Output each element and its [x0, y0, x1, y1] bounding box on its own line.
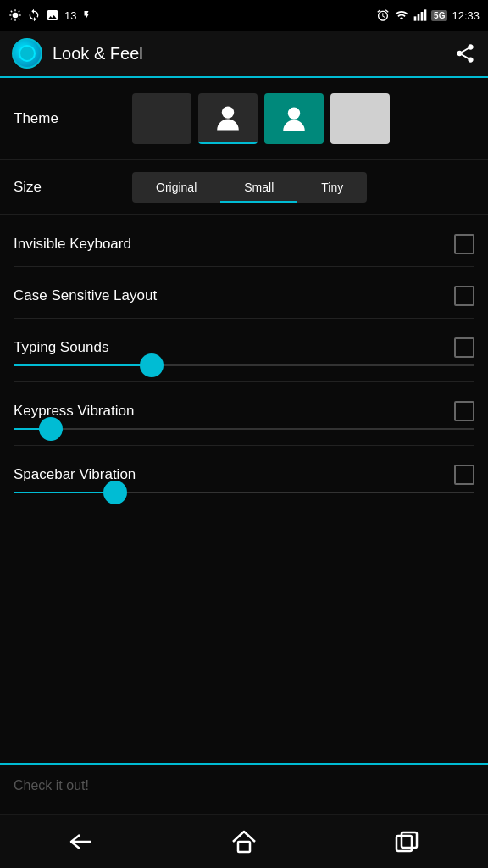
home-icon [231, 830, 257, 854]
keypress-vibration-label: Keypress Vibration [14, 403, 134, 420]
svg-rect-10 [418, 14, 420, 21]
svg-line-7 [11, 19, 12, 19]
status-right-icons: 5G 12:33 [376, 8, 480, 22]
logo-inner [19, 45, 36, 62]
invisible-keyboard-checkbox[interactable] [454, 234, 474, 254]
status-bar: 13 5G 12:33 [0, 0, 488, 31]
theme-options [132, 93, 390, 144]
svg-line-8 [19, 11, 19, 12]
typing-sounds-track [14, 364, 474, 366]
bottom-area: Check it out! [0, 763, 488, 807]
signal-icon [413, 8, 427, 22]
svg-rect-17 [396, 836, 412, 851]
case-sensitive-label: Case Sensitive Layout [14, 287, 157, 304]
header-left: Look & Feel [12, 38, 143, 69]
size-tiny-button[interactable]: Tiny [297, 172, 367, 203]
status-left-icons: 13 [8, 8, 92, 22]
size-original-button[interactable]: Original [132, 172, 220, 203]
invisible-keyboard-label: Invisible Keyboard [14, 236, 131, 253]
home-button[interactable] [223, 825, 265, 859]
spacebar-vibration-slider-container [0, 492, 488, 509]
clock: 12:33 [452, 9, 480, 22]
theme-option-teal[interactable] [264, 93, 324, 144]
check-it-out-text: Check it out! [14, 778, 89, 793]
typing-sounds-fill [14, 364, 152, 366]
recent-button[interactable] [385, 825, 428, 859]
app-header: Look & Feel [0, 31, 488, 78]
keypress-vibration-row: Keypress Vibration [0, 382, 488, 428]
svg-rect-16 [238, 842, 250, 852]
person-icon-teal [280, 103, 308, 134]
theme-section: Theme [0, 78, 488, 160]
size-small-button[interactable]: Small [220, 172, 297, 203]
keypress-vibration-thumb[interactable] [39, 417, 63, 441]
back-icon [68, 832, 95, 852]
size-label: Size [14, 179, 132, 196]
bolt-icon [81, 8, 92, 22]
navigation-bar [0, 814, 488, 868]
size-options: Original Small Tiny [132, 172, 367, 203]
keypress-vibration-slider-container [0, 428, 488, 445]
network-type: 5G [431, 10, 447, 21]
invisible-keyboard-row: Invisible Keyboard [0, 215, 488, 266]
svg-rect-11 [421, 12, 424, 21]
svg-rect-12 [424, 9, 427, 20]
theme-option-light[interactable] [330, 93, 390, 144]
image-icon [46, 8, 59, 22]
share-button[interactable] [454, 42, 476, 64]
spacebar-vibration-thumb[interactable] [103, 481, 127, 504]
case-sensitive-checkbox[interactable] [454, 286, 474, 306]
recent-icon [395, 831, 419, 853]
theme-label: Theme [14, 110, 132, 127]
keypress-vibration-checkbox[interactable] [454, 401, 474, 421]
theme-option-dark[interactable] [132, 93, 191, 144]
page-title: Look & Feel [53, 44, 143, 64]
svg-point-13 [222, 106, 234, 118]
keypress-vibration-track [14, 428, 474, 430]
svg-line-4 [19, 19, 19, 19]
typing-sounds-label: Typing Sounds [14, 339, 108, 356]
spacebar-vibration-row: Spacebar Vibration [0, 446, 488, 492]
svg-rect-9 [414, 16, 417, 20]
size-section: Size Original Small Tiny [0, 160, 488, 215]
typing-sounds-row: Typing Sounds [0, 319, 488, 364]
theme-option-dark-teal[interactable] [198, 93, 258, 144]
spacebar-vibration-track [14, 492, 474, 493]
typing-sounds-slider-container [0, 364, 488, 381]
case-sensitive-row: Case Sensitive Layout [0, 267, 488, 318]
spacebar-vibration-fill [14, 492, 115, 493]
spacebar-vibration-checkbox[interactable] [454, 465, 474, 485]
notification-count: 13 [64, 9, 76, 22]
person-icon-dark-teal [214, 103, 241, 133]
wifi-icon [394, 8, 409, 22]
alarm-icon [376, 8, 390, 22]
svg-line-3 [11, 11, 12, 12]
typing-sounds-checkbox[interactable] [454, 337, 474, 358]
app-logo [12, 38, 42, 69]
typing-sounds-thumb[interactable] [140, 353, 164, 377]
sync-icon [27, 8, 41, 22]
svg-point-14 [288, 107, 300, 119]
svg-point-0 [13, 13, 19, 19]
brightness-icon [8, 8, 22, 22]
svg-rect-18 [402, 832, 417, 848]
back-button[interactable] [60, 825, 103, 859]
share-icon [454, 42, 476, 64]
